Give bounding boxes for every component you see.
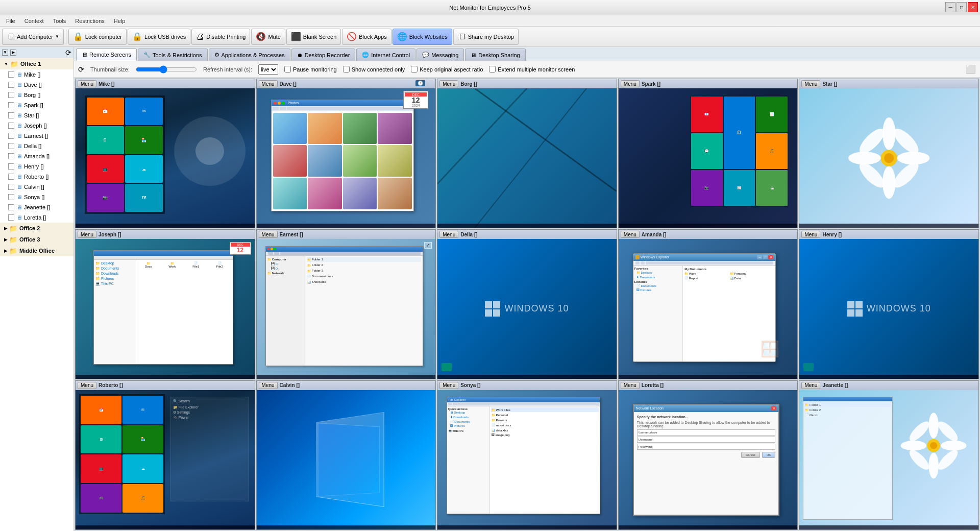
checkbox-calvin[interactable] — [8, 184, 14, 190]
block-apps-button[interactable]: 🚫 Block Apps — [342, 29, 391, 45]
screen-cell-dave[interactable]: Menu Dave [] 🕐 Photos — [256, 79, 436, 228]
menu-restrictions[interactable]: Restrictions — [71, 17, 108, 25]
screen-menu-button-joseph[interactable]: Menu — [78, 231, 96, 238]
keep-aspect-ratio-check[interactable]: Keep original aspect ratio — [411, 66, 483, 73]
checkbox-sonya[interactable] — [8, 194, 14, 200]
expand-all-button[interactable]: ▶ — [10, 50, 16, 56]
menu-help[interactable]: Help — [110, 17, 130, 25]
checkbox-henry[interactable] — [8, 163, 14, 170]
sidebar-item-borg[interactable]: 🖥 Borg [] — [0, 90, 74, 100]
sidebar-group-office3[interactable]: ▶ 📁 Office 3 — [0, 234, 74, 245]
extend-monitor-check[interactable]: Extend multiple monitor screen — [489, 66, 575, 73]
blank-screen-button[interactable]: ⬛ Blank Screen — [286, 29, 341, 45]
disable-printing-button[interactable]: 🖨 Disable Printing — [191, 29, 250, 45]
checkbox-earnest[interactable] — [8, 133, 14, 139]
add-computer-button[interactable]: 🖥 Add Computer ▼ — [2, 29, 64, 45]
menu-tools[interactable]: Tools — [49, 17, 70, 25]
screen-menu-button-mike[interactable]: Menu — [78, 80, 96, 87]
screen-cell-roberto[interactable]: Menu Roberto [] 📅 ✉ 🗓 🏪 📺 ☁ 🎮 � — [75, 380, 255, 530]
checkbox-spark[interactable] — [8, 102, 14, 108]
screen-cell-mike[interactable]: Menu Mike [] 📅 ✉ 🗓 🏪 📺 ☁ 📷 — [75, 79, 255, 228]
menu-context[interactable]: Context — [20, 17, 48, 25]
tab-desktop-sharing[interactable]: 🖥 Desktop Sharing — [465, 49, 525, 61]
tab-messaging[interactable]: 💬 Messaging — [416, 49, 464, 61]
tab-applications-processes[interactable]: ⚙ Applications & Processes — [209, 49, 290, 61]
minimize-button[interactable]: ─ — [945, 2, 955, 12]
screen-menu-button-jeanette[interactable]: Menu — [801, 382, 820, 389]
screen-menu-button-calvin[interactable]: Menu — [259, 382, 278, 389]
mute-button[interactable]: 🔇 Mute — [251, 29, 285, 45]
checkbox-della[interactable] — [8, 143, 14, 149]
checkbox-star[interactable] — [8, 112, 14, 118]
screen-cell-sonya[interactable]: Menu Sonya [] File Explorer — [437, 380, 617, 530]
screen-cell-spark[interactable]: Menu Spark [] 📧 🗓 📊 💬 🎵 📷 📰 — [618, 79, 798, 228]
close-button[interactable]: ✕ — [968, 2, 978, 12]
screen-menu-button-roberto[interactable]: Menu — [78, 382, 96, 389]
checkbox-borg[interactable] — [8, 92, 14, 98]
checkbox-loretta[interactable] — [8, 214, 14, 221]
screen-cell-joseph[interactable]: Menu Joseph [] 📁 Desktop 📁 Document — [75, 229, 255, 379]
sidebar-item-amanda[interactable]: 🖥 Amanda [] — [0, 151, 74, 161]
screen-menu-button-spark[interactable]: Menu — [621, 80, 640, 87]
share-desktop-button[interactable]: 🖥 Share my Desktop — [453, 29, 519, 45]
tab-remote-screens[interactable]: 🖥 Remote Screens — [76, 49, 137, 61]
thumbnail-size-slider[interactable] — [136, 65, 197, 74]
screen-menu-button-amanda[interactable]: Menu — [621, 231, 640, 238]
screen-menu-button-dave[interactable]: Menu — [259, 80, 278, 87]
sidebar-item-sonya[interactable]: 🖥 Sonya [] — [0, 192, 74, 202]
sidebar-refresh-icon[interactable]: ⟳ — [65, 49, 71, 57]
screen-menu-button-borg[interactable]: Menu — [439, 80, 458, 87]
screen-menu-button-henry[interactable]: Menu — [801, 231, 820, 238]
sidebar-group-middle-office[interactable]: ▶ 📁 Middle Office — [0, 245, 74, 256]
sidebar-item-jeanette[interactable]: 🖥 Jeanette [] — [0, 202, 74, 212]
tab-tools-restrictions[interactable]: 🔧 Tools & Restrictions — [138, 49, 208, 61]
block-websites-button[interactable]: 🌐 Block Websites — [393, 29, 452, 45]
menu-file[interactable]: File — [2, 17, 19, 25]
screen-menu-button-earnest[interactable]: Menu — [259, 231, 278, 238]
screen-cell-loretta[interactable]: Menu Loretta [] Network Location ✕ — [618, 380, 798, 530]
checkbox-joseph[interactable] — [8, 123, 14, 129]
screen-cell-star[interactable]: Menu Star [] — [799, 79, 979, 228]
show-connected-only-check[interactable]: Show connected only — [343, 66, 405, 73]
collapse-all-button[interactable]: ▼ — [2, 50, 8, 56]
sidebar-item-roberto[interactable]: 🖥 Roberto [] — [0, 172, 74, 182]
screen-menu-button-sonya[interactable]: Menu — [439, 382, 458, 389]
refresh-interval-select[interactable]: live 1 2 5 10 30 — [258, 64, 278, 75]
sidebar-item-mike[interactable]: 🖥 Mike [] — [0, 69, 74, 80]
checkbox-mike[interactable] — [8, 71, 14, 78]
sidebar-group-office2[interactable]: ▶ 📁 Office 2 — [0, 223, 74, 234]
checkbox-jeanette[interactable] — [8, 204, 14, 210]
sidebar-item-joseph[interactable]: 🖥 Joseph [] — [0, 120, 74, 131]
sidebar-group-office1[interactable]: ▼ 📁 Office 1 — [0, 58, 74, 69]
screen-menu-button-star[interactable]: Menu — [801, 80, 820, 87]
screen-header-borg: Menu Borg [] — [437, 79, 617, 88]
checkbox-roberto[interactable] — [8, 174, 14, 180]
sidebar-item-henry[interactable]: 🖥 Henry [] — [0, 161, 74, 172]
expand-grid-button[interactable]: ⬜ — [966, 64, 976, 74]
screen-cell-della[interactable]: Menu Della [] WINDOWS 10 — [437, 229, 617, 379]
checkbox-dave[interactable] — [8, 82, 14, 88]
earnest-expand-btn[interactable]: ⤢ — [424, 242, 432, 249]
maximize-button[interactable]: □ — [957, 2, 967, 12]
screen-cell-jeanette[interactable]: Menu Jeanette [] — [799, 380, 979, 530]
checkbox-amanda[interactable] — [8, 153, 14, 159]
screen-menu-button-della[interactable]: Menu — [439, 231, 458, 238]
screen-menu-button-loretta[interactable]: Menu — [621, 382, 640, 389]
screen-cell-calvin[interactable]: Menu Calvin [] — [256, 380, 436, 530]
screen-cell-earnest[interactable]: Menu Earnest [] — [256, 229, 436, 379]
pause-monitoring-check[interactable]: Pause monitoring — [284, 66, 337, 73]
sidebar-item-spark[interactable]: 🖥 Spark [] — [0, 100, 74, 110]
screen-cell-henry[interactable]: Menu Henry [] WINDOWS 10 — [799, 229, 979, 379]
screen-cell-amanda[interactable]: Menu Amanda [] Windows Explorer — [618, 229, 798, 379]
tab-desktop-recorder[interactable]: ⏺ Desktop Recorder — [291, 49, 356, 61]
sidebar-item-dave[interactable]: 🖥 Dave [] — [0, 80, 74, 90]
lock-computer-button[interactable]: 🔒 Lock computer — [68, 29, 127, 45]
sidebar-item-earnest[interactable]: 🖥 Earnest [] — [0, 131, 74, 141]
sidebar-item-calvin[interactable]: 🖥 Calvin [] — [0, 182, 74, 192]
screen-cell-borg[interactable]: Menu Borg [] — [437, 79, 617, 228]
tab-internet-control[interactable]: 🌐 Internet Control — [356, 49, 415, 61]
sidebar-item-della[interactable]: 🖥 Della [] — [0, 141, 74, 151]
sidebar-item-loretta[interactable]: 🖥 Loretta [] — [0, 212, 74, 223]
lock-usb-button[interactable]: 🔒 Lock USB drives — [128, 29, 190, 45]
sidebar-item-star[interactable]: 🖥 Star [] — [0, 110, 74, 120]
